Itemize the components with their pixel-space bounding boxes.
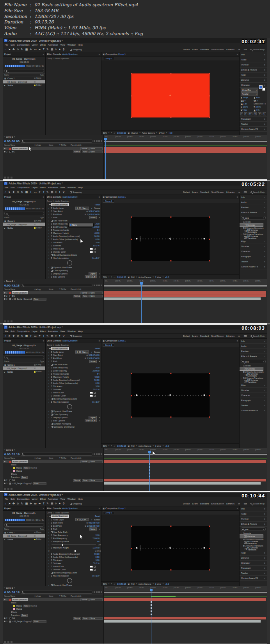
faux-style-button[interactable]: T₁ (263, 112, 266, 115)
menu-item[interactable]: Animation (48, 330, 58, 333)
sidebar-panel-item[interactable]: Content-Aware Fill≡ (240, 127, 267, 132)
eyedropper-icon[interactable] (94, 566, 96, 568)
composition-tab[interactable]: ▣CompositionComp 1≡ (101, 195, 239, 199)
label-chip[interactable] (9, 295, 11, 297)
tool-icon[interactable]: ✎ (46, 48, 49, 51)
property-value[interactable]: 2,000.0 (92, 370, 99, 372)
stroke-mode-select[interactable]: Stroke Over Fill▾ (254, 103, 266, 105)
timeline-layer-row[interactable]: 2 BG Normal None None (3, 617, 103, 620)
stopwatch-icon[interactable] (51, 401, 52, 403)
timeline-track-area[interactable]: :00s00:15s00:30s00:45s01:00s01:15s01:30s… (104, 135, 267, 179)
snapshot-icon[interactable]: ▣ (128, 276, 130, 278)
effect-property-row[interactable]: Display Options Digital ▾ (46, 416, 101, 419)
twirl-icon[interactable] (47, 348, 48, 350)
timeline-view-toggles[interactable] (94, 453, 102, 455)
twirl-icon[interactable] (48, 525, 50, 527)
tool-icon[interactable]: ◊ (55, 48, 57, 51)
snapping-toggle[interactable]: Snapping (70, 191, 82, 193)
stopwatch-icon[interactable] (51, 235, 52, 237)
tool-icon[interactable]: ◊ (55, 191, 57, 194)
tool-icon[interactable]: ✦ (59, 191, 61, 194)
project-search-input[interactable] (4, 69, 44, 73)
eyedropper-icon[interactable] (94, 248, 96, 250)
twirl-icon[interactable] (48, 373, 50, 375)
stopwatch-icon[interactable] (51, 242, 52, 243)
tool-icon[interactable]: ✒ (39, 191, 41, 194)
timeline-layer-row[interactable]: 1 Audio Spectrum Normal None (3, 598, 103, 601)
slider-track[interactable] (52, 551, 93, 551)
label-chip[interactable] (34, 220, 36, 222)
timeline-layer-row[interactable]: 2 BG Normal None None (3, 150, 103, 153)
stopwatch-icon[interactable] (51, 566, 52, 567)
sidebar-panel-item[interactable]: Info≡ (240, 506, 267, 511)
property-value[interactable]: Side A & B (85, 275, 97, 278)
stopwatch-icon[interactable] (51, 245, 52, 246)
tool-icon[interactable]: ◊ (55, 502, 57, 505)
tool-icon[interactable]: ✛ (30, 191, 32, 194)
effect-property-row[interactable]: Color Symmetry ▾ (46, 413, 101, 416)
sidebar-panel-item[interactable]: Paragraph≡ (240, 566, 267, 571)
twirl-icon[interactable] (48, 420, 50, 422)
project-item-row[interactable]: Comp 1 Comp (3, 531, 45, 534)
stopwatch-icon[interactable] (51, 541, 52, 542)
effect-property-row[interactable]: Inside Color ▾ (46, 565, 101, 568)
sidebar-panel-item-effects-presets[interactable]: Effects & Presets≡ (240, 522, 267, 527)
sidebar-panel-item[interactable]: Paragraph≡ (240, 254, 267, 259)
project-item-row[interactable]: Solids Folder (3, 226, 45, 230)
tool-icon[interactable]: ▭ (34, 502, 37, 505)
workspace-tab[interactable]: Learn (192, 191, 198, 193)
keyboard-icon[interactable]: ⌨ (244, 335, 247, 337)
tool-icon[interactable]: ✥ (12, 334, 15, 338)
twirl-icon[interactable] (48, 229, 50, 231)
twirl-icon[interactable] (48, 376, 50, 378)
project-search-input[interactable] (4, 212, 44, 215)
twirl-icon[interactable] (48, 354, 50, 356)
stopwatch-icon[interactable] (51, 217, 52, 218)
effect-property-row[interactable]: Frequency bands 64 ▾ (46, 228, 101, 232)
timeline-layer-row[interactable]: Mask 1 None Inverted (3, 604, 103, 607)
dropdown-option[interactable]: None (69, 223, 93, 226)
timeline-layer-row[interactable]: Mask 2 (3, 469, 103, 472)
timeline-track-area[interactable]: :00s00:15s00:30s00:45s01:00s01:15s01:30s… (104, 586, 267, 644)
selected-item-name[interactable]: 03_Sanja - Doyy.mp3 ▾ (5, 512, 44, 514)
sidebar-panel-item[interactable]: Tracker≡ (240, 403, 267, 408)
snapshot-icon[interactable]: ▣ (128, 132, 130, 134)
exposure-adjust[interactable]: +0.0 (165, 583, 169, 585)
tool-icon[interactable]: ➤ (8, 48, 11, 51)
property-value[interactable]: 90.00 (94, 235, 99, 237)
preset-item[interactable]: fxBG Universe Transitions (240, 547, 267, 550)
twirl-icon[interactable] (48, 232, 50, 234)
twirl-icon[interactable] (48, 553, 50, 555)
label-chip[interactable] (9, 621, 11, 623)
sidebar-panel-item[interactable]: Preview≡ (240, 205, 267, 210)
playhead[interactable] (149, 451, 150, 491)
sidebar-panel-item[interactable]: Preview≡ (240, 62, 267, 67)
menu-item[interactable]: Layer (32, 186, 38, 189)
label-chip[interactable] (9, 298, 11, 300)
property-value[interactable]: 3. 03_San... (75, 207, 89, 210)
keyboard-icon[interactable]: ⌨ (244, 48, 247, 51)
tool-icon[interactable]: ⚲ (63, 191, 65, 194)
twirl-icon[interactable] (48, 223, 50, 225)
composition-viewport[interactable]: ✛ (101, 60, 239, 130)
tool-icon[interactable]: ✦ (59, 502, 61, 505)
stopwatch-icon[interactable] (51, 223, 52, 225)
project-item-row[interactable]: Comp 1 Comp (3, 363, 45, 366)
parent-link-select[interactable]: None (33, 620, 46, 623)
effect-property-row[interactable]: Outside Color ▾ (46, 568, 101, 571)
selection-handle[interactable] (131, 73, 132, 74)
timeline-search-input[interactable] (21, 453, 92, 456)
blend-mode-select[interactable]: Normal (73, 150, 81, 153)
menu-item[interactable]: Edit (11, 44, 14, 46)
label-chip[interactable] (13, 608, 15, 610)
color-swatch[interactable] (90, 566, 93, 568)
timeline-layer-row[interactable]: 3 03_Sanja - Doyy.mp3 None (3, 620, 103, 623)
tool-icon[interactable]: ✛ (30, 334, 32, 338)
effect-property-row[interactable]: ▾ (46, 260, 101, 266)
dial-icon[interactable] (67, 404, 72, 409)
grid-guides-icon[interactable]: ⌖ (111, 582, 112, 585)
property-checkbox[interactable] (51, 267, 53, 269)
property-value[interactable]: 64 (97, 373, 99, 375)
twirl-icon[interactable] (48, 572, 50, 574)
stopwatch-icon[interactable] (51, 239, 52, 240)
